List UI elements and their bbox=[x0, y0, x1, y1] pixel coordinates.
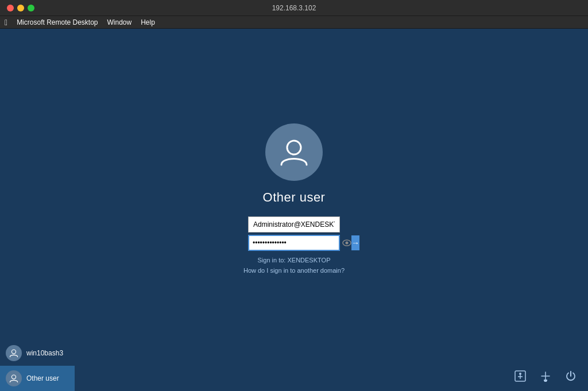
username-input[interactable] bbox=[248, 216, 340, 233]
menu-bar:  Microsoft Remote Desktop Window Help bbox=[0, 16, 588, 29]
user-switch-label-win10bash3: win10bash3 bbox=[26, 349, 63, 357]
sleep-button[interactable] bbox=[537, 368, 554, 384]
sign-in-button[interactable]: → bbox=[351, 235, 359, 250]
accessibility-button[interactable] bbox=[512, 368, 528, 384]
bottom-actions bbox=[512, 368, 579, 384]
menu-help[interactable]: Help bbox=[141, 18, 155, 26]
user-switcher: win10bash3 Other user bbox=[0, 340, 75, 391]
svg-point-0 bbox=[287, 141, 301, 154]
apple-menu-icon[interactable]:  bbox=[5, 18, 7, 27]
rdp-screen: Other user → Sign in to: XENDESKTOP How … bbox=[0, 29, 588, 391]
user-display-name: Other user bbox=[263, 190, 326, 205]
minimize-button[interactable] bbox=[17, 5, 24, 11]
svg-point-3 bbox=[11, 350, 16, 354]
svg-rect-9 bbox=[544, 380, 547, 381]
svg-point-6 bbox=[519, 373, 521, 375]
window-title: 192.168.3.102 bbox=[272, 4, 316, 12]
user-switch-avatar-win10bash3 bbox=[6, 345, 22, 361]
menu-window[interactable]: Window bbox=[107, 18, 132, 26]
login-area: Other user → Sign in to: XENDESKTOP How … bbox=[243, 123, 345, 274]
password-input[interactable] bbox=[249, 237, 342, 249]
svg-rect-10 bbox=[544, 381, 547, 382]
password-toggle-icon[interactable] bbox=[342, 237, 351, 249]
user-switch-other-user[interactable]: Other user bbox=[0, 366, 75, 391]
user-avatar bbox=[265, 123, 323, 181]
user-switch-avatar-other-user bbox=[6, 370, 22, 386]
user-switch-label-other-user: Other user bbox=[26, 374, 59, 382]
password-row: → bbox=[248, 235, 340, 251]
user-switch-win10bash3[interactable]: win10bash3 bbox=[0, 340, 75, 366]
title-bar: 192.168.3.102 bbox=[0, 0, 588, 16]
traffic-lights bbox=[7, 5, 34, 11]
power-button[interactable] bbox=[563, 368, 579, 384]
user-icon bbox=[277, 135, 311, 169]
domain-link[interactable]: How do I sign in to another domain? bbox=[243, 267, 345, 274]
close-button[interactable] bbox=[7, 5, 14, 11]
maximize-button[interactable] bbox=[28, 5, 34, 11]
svg-point-4 bbox=[11, 375, 16, 379]
sign-in-label: Sign in to: XENDESKTOP bbox=[258, 257, 331, 264]
menu-app[interactable]: Microsoft Remote Desktop bbox=[17, 18, 98, 26]
svg-point-2 bbox=[345, 241, 348, 244]
